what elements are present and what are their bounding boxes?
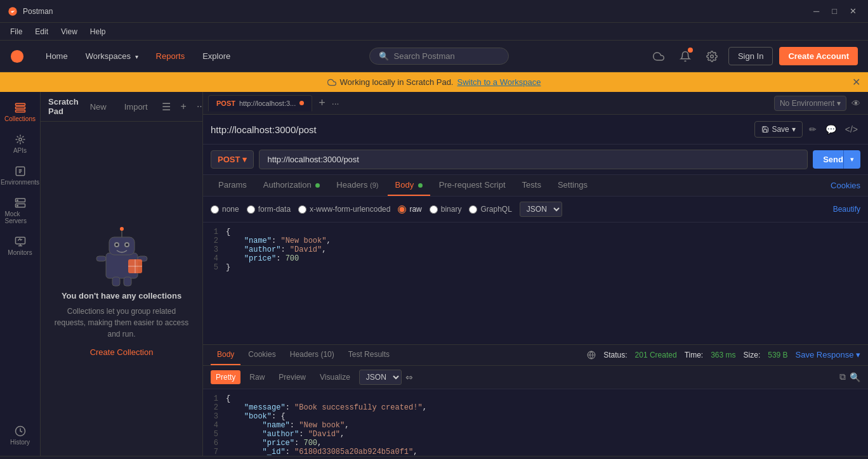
body-option-none[interactable]: none — [211, 205, 239, 214]
statusbar: 🔍 Find and Replace ⬛ Console ⬛ Runner 🗑 … — [0, 456, 868, 459]
sidebar-item-collections[interactable]: Collections — [3, 97, 38, 127]
env-selector[interactable]: No Environment ▾ — [774, 96, 846, 111]
sidebar-item-environments[interactable]: Environments — [3, 160, 38, 191]
notification-badge — [688, 48, 693, 53]
resp-tab-headers[interactable]: Headers (10) — [284, 345, 341, 365]
body-option-raw[interactable]: raw — [398, 205, 421, 214]
tab-url: http://localhost:3... — [239, 100, 296, 107]
size-label: Size: — [744, 351, 761, 359]
url-actions: Save ▾ ✏ 💬 </> — [754, 121, 860, 138]
env-toggle-icon[interactable]: 👁 — [849, 96, 863, 111]
signin-button[interactable]: Sign In — [728, 47, 773, 65]
minimize-button[interactable]: ─ — [810, 5, 823, 17]
sidebar-environments-label: Environments — [1, 179, 39, 186]
req-tab-params[interactable]: Params — [211, 175, 254, 196]
main-layout: Collections APIs Environments Mock Serve… — [0, 92, 868, 456]
sidebar-item-apis[interactable]: APIs — [3, 129, 38, 159]
svg-rect-22 — [96, 256, 106, 261]
cookies-button[interactable]: Cookies — [831, 181, 860, 190]
panel-header: Scratch Pad New Import ☰ + ··· — [41, 92, 202, 122]
send-dropdown-button[interactable]: ▾ — [843, 150, 860, 169]
sidebar-item-history[interactable]: History — [3, 420, 38, 451]
method-select[interactable]: POST ▾ — [211, 150, 254, 169]
menu-view[interactable]: View — [56, 26, 82, 37]
resp-wrap-icon-btn[interactable]: ⇔ — [405, 372, 413, 382]
nav-explore[interactable]: Explore — [194, 48, 239, 65]
request-tab-0[interactable]: POST http://localhost:3... — [208, 95, 312, 112]
tab-more-button[interactable]: ··· — [332, 98, 339, 108]
resp-tab-test-results[interactable]: Test Results — [342, 345, 396, 365]
svg-point-6 — [18, 138, 22, 141]
nav-home[interactable]: Home — [37, 48, 77, 65]
titlebar: Postman ─ □ ✕ — [0, 0, 868, 23]
request-url-display: http://localhost:3000/post — [211, 124, 749, 135]
body-option-binary[interactable]: binary — [430, 205, 462, 214]
beautify-button[interactable]: Beautify — [833, 205, 860, 214]
svg-point-11 — [16, 205, 18, 206]
req-tab-body[interactable]: Body — [388, 175, 430, 196]
edit-icon-btn[interactable]: ✏ — [806, 122, 819, 137]
status-value: 201 Created — [635, 351, 677, 359]
code-icon-btn[interactable]: </> — [843, 122, 860, 137]
nav-workspaces[interactable]: Workspaces ▾ — [77, 48, 147, 65]
resp-visualize-button[interactable]: Visualize — [315, 370, 355, 384]
notifications-icon-btn[interactable] — [675, 46, 695, 67]
json-format-select[interactable]: JSON — [520, 202, 562, 217]
menu-help[interactable]: Help — [85, 26, 111, 37]
request-tabs: Params Authorization Headers (9) Body Pr… — [203, 175, 868, 197]
url-input[interactable] — [259, 150, 808, 169]
resp-line-7: 7 "_id": "6180d33085a20ab924b5a0f1", — [203, 448, 868, 456]
settings-icon-btn[interactable] — [702, 46, 722, 67]
search-bar[interactable]: 🔍 Search Postman — [369, 48, 509, 65]
panel-filter-icon[interactable]: ☰ — [159, 100, 173, 114]
resp-copy-icon-btn[interactable]: ⧉ — [839, 372, 846, 382]
banner-close-button[interactable]: ✕ — [852, 76, 860, 88]
tab-add-button[interactable]: + — [315, 96, 329, 110]
nav-reports[interactable]: Reports — [147, 48, 194, 65]
panel-add-icon[interactable]: + — [178, 100, 189, 113]
menu-edit[interactable]: Edit — [30, 26, 53, 37]
req-tab-settings[interactable]: Settings — [550, 175, 595, 196]
sidebar-item-mock-servers[interactable]: Mock Servers — [3, 192, 38, 230]
save-button[interactable]: Save ▾ — [754, 121, 802, 138]
resp-line-1: 1 { — [203, 394, 868, 403]
svg-rect-12 — [15, 237, 25, 244]
req-tab-tests[interactable]: Tests — [515, 175, 549, 196]
resp-json-format-select[interactable]: JSON — [359, 370, 402, 385]
response-body-viewer[interactable]: 1 { 2 "message": "Book successfully crea… — [203, 389, 868, 456]
mock-servers-icon — [15, 197, 26, 209]
save-label: Save — [772, 125, 789, 134]
body-option-formdata[interactable]: form-data — [247, 205, 291, 214]
create-account-button[interactable]: Create Account — [779, 47, 858, 65]
body-option-urlencoded[interactable]: x-www-form-urlencoded — [298, 205, 390, 214]
sidebar-item-monitors[interactable]: Monitors — [3, 231, 38, 261]
req-tab-headers[interactable]: Headers (9) — [329, 175, 386, 196]
body-option-graphql[interactable]: GraphQL — [469, 205, 511, 214]
create-collection-link[interactable]: Create Collection — [90, 347, 154, 357]
banner-link[interactable]: Switch to a Workspace — [457, 77, 541, 87]
resp-tab-body[interactable]: Body — [211, 345, 240, 365]
sidebar: Collections APIs Environments Mock Serve… — [0, 92, 41, 456]
resp-preview-button[interactable]: Preview — [273, 370, 311, 384]
sidebar-history-label: History — [10, 439, 30, 446]
resp-pretty-button[interactable]: Pretty — [211, 370, 240, 384]
svg-point-2 — [711, 55, 714, 58]
svg-rect-4 — [15, 107, 25, 109]
close-button[interactable]: ✕ — [846, 5, 860, 17]
cloud-icon-btn[interactable] — [648, 46, 669, 67]
send-button[interactable]: Send — [813, 150, 843, 169]
req-tab-prerequest[interactable]: Pre-request Script — [431, 175, 513, 196]
menu-file[interactable]: File — [5, 26, 27, 37]
request-body-editor[interactable]: 1 { 2 "name": "New book", 3 "author": "D… — [203, 223, 868, 344]
req-tab-authorization[interactable]: Authorization — [256, 175, 328, 196]
new-button[interactable]: New — [84, 99, 113, 115]
resp-raw-button[interactable]: Raw — [244, 370, 270, 384]
status-label: Status: — [603, 351, 627, 359]
size-value: 539 B — [768, 351, 787, 359]
resp-tab-cookies[interactable]: Cookies — [242, 345, 282, 365]
import-button[interactable]: Import — [118, 99, 154, 115]
resp-search-icon-btn[interactable]: 🔍 — [850, 372, 860, 382]
save-response-button[interactable]: Save Response ▾ — [796, 350, 860, 359]
comment-icon-btn[interactable]: 💬 — [823, 122, 839, 137]
maximize-button[interactable]: □ — [828, 5, 841, 17]
